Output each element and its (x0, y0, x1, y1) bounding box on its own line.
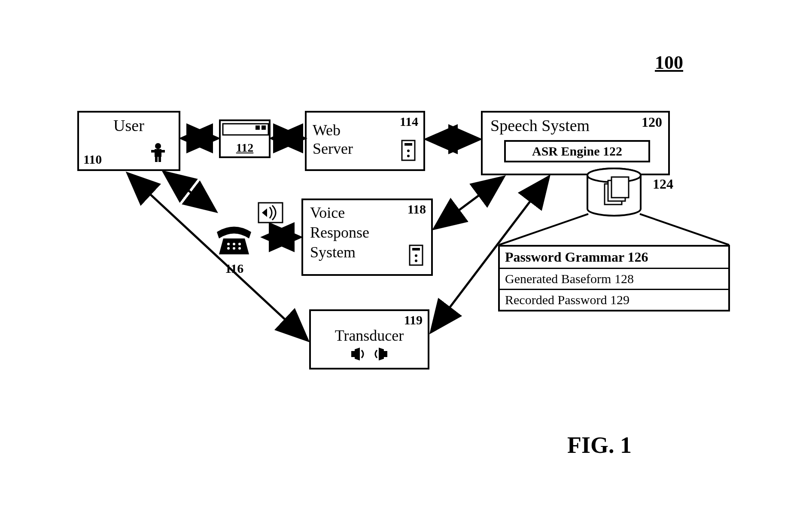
node-voice-response: 118 Voice Response System (301, 199, 433, 276)
svg-point-17 (238, 243, 241, 245)
node-web-server: 114 Web Server (305, 111, 425, 171)
user-label: User (79, 116, 179, 135)
speech-system-ref: 120 (642, 114, 662, 130)
speakers-icon (311, 347, 428, 365)
server-icon (409, 244, 423, 270)
table-row: Recorded Password 129 (500, 289, 728, 310)
node-browser: 112 (219, 119, 271, 158)
speaker-icon (258, 202, 283, 225)
svg-point-24 (415, 260, 417, 262)
phone-ref: 116 (225, 261, 243, 276)
svg-point-18 (227, 247, 230, 250)
edge-voice-speech (435, 178, 502, 228)
svg-rect-22 (412, 248, 420, 250)
node-transducer: 119 Transducer (309, 309, 429, 370)
transducer-label: Transducer (311, 327, 428, 345)
diagram-canvas: 100 FIG. 1 User 110 112 (0, 0, 812, 510)
web-server-label: Web Server (313, 121, 353, 158)
node-user: User 110 (77, 111, 180, 171)
svg-marker-27 (379, 348, 384, 360)
table-row: Generated Baseform 128 (500, 268, 728, 289)
svg-point-11 (407, 150, 410, 152)
database-icon (584, 168, 644, 219)
node-phone: 116 (215, 211, 283, 271)
svg-point-19 (233, 247, 235, 250)
svg-rect-7 (255, 125, 260, 130)
svg-rect-4 (155, 157, 158, 162)
svg-rect-25 (351, 351, 355, 357)
edge-db-expand-left (499, 214, 588, 245)
node-speech-system: 120 Speech System ASR Engine 122 (481, 111, 670, 175)
svg-point-0 (155, 143, 161, 149)
user-ref: 110 (83, 152, 102, 167)
voice-response-ref: 118 (408, 202, 426, 217)
password-grammar-table: Password Grammar 126 Generated Baseform … (498, 245, 730, 311)
svg-rect-33 (611, 177, 629, 198)
svg-point-20 (238, 247, 241, 250)
figure-caption: FIG. 1 (567, 432, 632, 458)
svg-point-15 (227, 243, 230, 245)
documents-icon (605, 177, 629, 205)
asr-engine-box: ASR Engine 122 (504, 140, 650, 162)
svg-point-16 (233, 243, 235, 245)
svg-rect-5 (158, 157, 161, 162)
telephone-icon (215, 223, 253, 260)
browser-ref: 112 (221, 141, 269, 155)
svg-marker-26 (355, 348, 360, 360)
edge-db-expand-right (640, 214, 729, 245)
svg-rect-10 (404, 143, 412, 146)
svg-point-23 (415, 254, 417, 257)
svg-rect-8 (262, 125, 266, 130)
edge-user-phone (165, 173, 215, 211)
speech-system-label: Speech System (490, 116, 590, 135)
svg-point-12 (407, 155, 410, 157)
node-database (584, 168, 644, 215)
password-grammar-header: Password Grammar 126 (500, 247, 728, 268)
svg-rect-1 (155, 149, 161, 157)
person-icon (149, 142, 167, 167)
window-icon (222, 123, 269, 140)
server-icon (401, 140, 416, 165)
database-ref: 124 (653, 176, 673, 192)
transducer-ref: 119 (404, 313, 423, 327)
figure-id: 100 (655, 52, 683, 73)
web-server-ref: 114 (400, 114, 418, 129)
svg-rect-28 (384, 351, 387, 357)
svg-rect-2 (151, 150, 155, 153)
svg-rect-3 (161, 150, 165, 153)
voice-response-label: Voice Response System (310, 203, 369, 262)
